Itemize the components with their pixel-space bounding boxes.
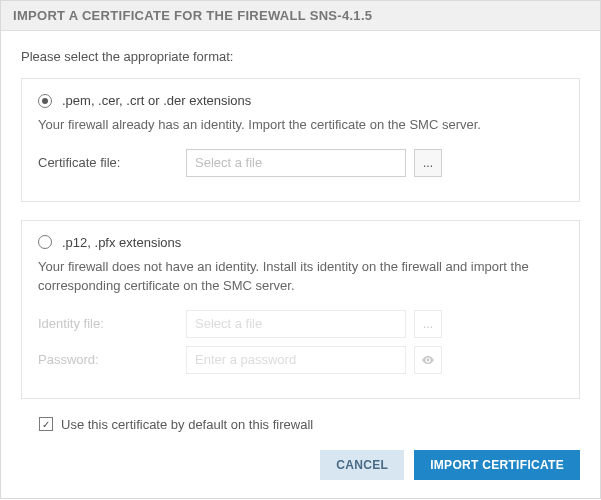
format-prompt: Please select the appropriate format: (21, 49, 580, 64)
identity-file-row: Identity file: ... (38, 310, 563, 338)
default-certificate-checkbox-row[interactable]: ✓ Use this certificate by default on thi… (39, 417, 580, 432)
dialog-title: IMPORT A CERTIFICATE FOR THE FIREWALL SN… (1, 1, 600, 31)
identity-file-label: Identity file: (38, 316, 178, 331)
checkbox-icon: ✓ (39, 417, 53, 431)
option-p12-label: .p12, .pfx extensions (62, 235, 181, 250)
certificate-file-label: Certificate file: (38, 155, 178, 170)
certificate-file-input[interactable] (186, 149, 406, 177)
import-certificate-button[interactable]: IMPORT CERTIFICATE (414, 450, 580, 480)
default-certificate-label: Use this certificate by default on this … (61, 417, 313, 432)
identity-file-input (186, 310, 406, 338)
option-pem-radio-row[interactable]: .pem, .cer, .crt or .der extensions (38, 93, 563, 108)
option-p12-desc: Your firewall does not have an identity.… (38, 258, 563, 296)
password-input (186, 346, 406, 374)
radio-icon (38, 94, 52, 108)
import-certificate-dialog: IMPORT A CERTIFICATE FOR THE FIREWALL SN… (0, 0, 601, 499)
certificate-file-row: Certificate file: ... (38, 149, 563, 177)
option-pem-desc: Your firewall already has an identity. I… (38, 116, 563, 135)
option-p12-fields: Identity file: ... Password: (38, 310, 563, 374)
option-pem-group: .pem, .cer, .crt or .der extensions Your… (21, 78, 580, 202)
eye-icon (421, 353, 435, 367)
browse-button[interactable]: ... (414, 149, 442, 177)
dialog-footer: CANCEL IMPORT CERTIFICATE (1, 434, 600, 498)
option-pem-label: .pem, .cer, .crt or .der extensions (62, 93, 251, 108)
option-p12-radio-row[interactable]: .p12, .pfx extensions (38, 235, 563, 250)
option-p12-group: .p12, .pfx extensions Your firewall does… (21, 220, 580, 399)
password-row: Password: (38, 346, 563, 374)
radio-icon (38, 235, 52, 249)
reveal-password-button (414, 346, 442, 374)
password-label: Password: (38, 352, 178, 367)
cancel-button[interactable]: CANCEL (320, 450, 404, 480)
browse-button: ... (414, 310, 442, 338)
dialog-body: Please select the appropriate format: .p… (1, 31, 600, 434)
